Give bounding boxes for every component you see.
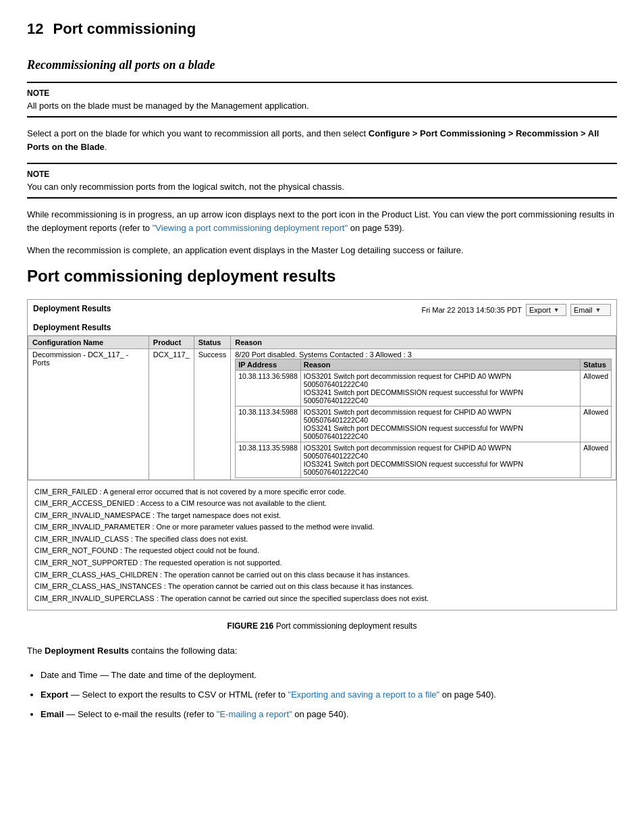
note-box-1: NOTE All ports on the blade must be mana… xyxy=(27,82,617,118)
inner-table-row: 10.38.113.35:5988 IOS3201 Switch port de… xyxy=(236,442,612,477)
chapter-header: 12 Port commissioning xyxy=(27,20,617,38)
section1-title: Recommissioning all ports on a blade xyxy=(27,58,617,72)
deployment-header-label: Deployment Results xyxy=(33,304,111,313)
deployment-results-inner-label: Deployment Results xyxy=(28,320,616,336)
error-code-7: CIM_ERR_NOT_SUPPORTED : The requested op… xyxy=(34,557,610,569)
inner-col-reason: Reason xyxy=(300,359,580,370)
note-text-1: All ports on the blade must be managed b… xyxy=(27,101,617,111)
error-code-list: CIM_ERR_FAILED : A general error occurre… xyxy=(28,480,616,610)
error-code-9: CIM_ERR_CLASS_HAS_INSTANCES : The operat… xyxy=(34,581,610,593)
link-exporting-report[interactable]: "Exporting and saving a report to a file… xyxy=(288,689,440,700)
date-time-label: Fri Mar 22 2013 14:50:35 PDT xyxy=(421,306,522,314)
deployment-header-row: Deployment Results Fri Mar 22 2013 14:50… xyxy=(28,300,616,320)
inner-cell-ip-3: 10.38.113.35:5988 xyxy=(236,442,301,477)
section-recommissioning: Recommissioning all ports on a blade NOT… xyxy=(27,58,617,257)
table-header-row: Configuration Name Product Status Reason xyxy=(28,336,616,348)
bullet-export: Export — Select to export the results to… xyxy=(41,687,617,702)
section2-title: Port commissioning deployment results xyxy=(27,267,617,286)
link-emailing-report[interactable]: "E-mailing a report" xyxy=(217,709,292,719)
inner-header-row: IP Address Reason Status xyxy=(236,359,612,370)
table-row: Decommission - DCX_117_ - Ports DCX_117_… xyxy=(28,348,616,479)
inner-table-row: 10.38.113.34:5988 IOS3201 Switch port de… xyxy=(236,406,612,442)
figure-text: Port commissioning deployment results xyxy=(276,621,417,631)
inner-cell-reason-1: IOS3201 Switch port decommission request… xyxy=(300,370,580,406)
body-text-1: Select a port on the blade for which you… xyxy=(27,127,617,153)
body-intro: The Deployment Results contains the foll… xyxy=(27,644,617,658)
bullet-list: Date and Time — The date and time of the… xyxy=(41,667,617,721)
figure-caption: FIGURE 216 Port commissioning deployment… xyxy=(27,621,617,631)
figure-label: FIGURE 216 xyxy=(227,621,274,631)
bullet-email: Email — Select to e-mail the results (re… xyxy=(41,706,617,722)
inner-cell-ip-1: 10.38.113.36:5988 xyxy=(236,370,301,406)
inner-col-status: Status xyxy=(581,359,612,370)
deployment-box: Deployment Results Fri Mar 22 2013 14:50… xyxy=(27,299,617,611)
export-select[interactable]: Export ▼ xyxy=(526,304,566,316)
note-text-2: You can only recommission ports from the… xyxy=(27,182,617,192)
inner-table-row: 10.38.113.36:5988 IOS3201 Switch port de… xyxy=(236,370,612,406)
export-label: Export xyxy=(529,306,551,314)
inner-cell-reason-3: IOS3201 Switch port decommission request… xyxy=(300,442,580,477)
cell-reason: 8/20 Port disabled. Systems Contacted : … xyxy=(231,348,616,479)
reason-summary: 8/20 Port disabled. Systems Contacted : … xyxy=(235,350,612,359)
email-dropdown-arrow: ▼ xyxy=(595,307,601,313)
link-viewing-report[interactable]: "Viewing a port commissioning deployment… xyxy=(153,223,348,233)
col-reason: Reason xyxy=(231,336,616,348)
inner-col-ip: IP Address xyxy=(236,359,301,370)
inner-cell-status-3: Allowed xyxy=(581,442,612,477)
error-code-1: CIM_ERR_FAILED : A general error occurre… xyxy=(34,486,610,498)
col-status: Status xyxy=(194,336,231,348)
cell-config-name: Decommission - DCX_117_ - Ports xyxy=(28,348,149,479)
bullet-date-time: Date and Time — The date and time of the… xyxy=(41,667,617,683)
inner-cell-status-2: Allowed xyxy=(581,406,612,442)
error-code-3: CIM_ERR_INVALID_NAMESPACE : The target n… xyxy=(34,510,610,522)
note-box-2: NOTE You can only recommission ports fro… xyxy=(27,163,617,199)
chapter-number: 12 xyxy=(27,20,43,37)
error-code-2: CIM_ERR_ACCESS_DENIED : Access to a CIM … xyxy=(34,498,610,510)
note-label-2: NOTE xyxy=(27,170,617,179)
email-label: Email xyxy=(574,306,593,314)
cell-status: Success xyxy=(194,348,231,479)
error-code-6: CIM_ERR_NOT_FOUND : The requested object… xyxy=(34,545,610,557)
inner-cell-status-1: Allowed xyxy=(581,370,612,406)
export-dropdown-arrow: ▼ xyxy=(554,307,560,313)
cell-product: DCX_117_ xyxy=(149,348,194,479)
error-code-10: CIM_ERR_INVALID_SUPERCLASS : The operati… xyxy=(34,593,610,605)
chapter-title: Port commissioning xyxy=(53,20,196,37)
email-select[interactable]: Email ▼ xyxy=(570,304,611,316)
col-product: Product xyxy=(149,336,194,348)
col-config-name: Configuration Name xyxy=(28,336,149,348)
error-code-5: CIM_ERR_INVALID_CLASS : The specified cl… xyxy=(34,533,610,546)
error-code-4: CIM_ERR_INVALID_PARAMETER : One or more … xyxy=(34,521,610,533)
body-text-3: When the recommission is complete, an ap… xyxy=(27,244,617,257)
inner-cell-reason-2: IOS3201 Switch port decommission request… xyxy=(300,406,580,442)
note-label-1: NOTE xyxy=(27,88,617,98)
results-table: Configuration Name Product Status Reason… xyxy=(28,336,616,480)
error-code-8: CIM_ERR_CLASS_HAS_CHILDREN : The operati… xyxy=(34,569,610,581)
inner-results-table: IP Address Reason Status 10.38.113.36:59… xyxy=(235,359,612,478)
deployment-controls: Fri Mar 22 2013 14:50:35 PDT Export ▼ Em… xyxy=(421,304,611,316)
body-text-2: While recommissioning is in progress, an… xyxy=(27,208,617,234)
section-deployment-results: Port commissioning deployment results De… xyxy=(27,267,617,722)
inner-cell-ip-2: 10.38.113.34:5988 xyxy=(236,406,301,442)
